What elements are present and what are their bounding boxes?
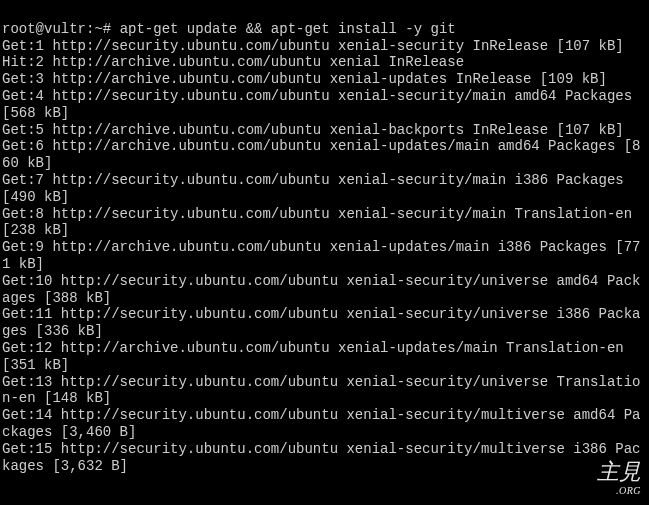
apt-output-line: Get:15 http://security.ubuntu.com/ubuntu…	[2, 441, 647, 475]
prompt-symbol: #	[103, 21, 111, 37]
prompt-command: apt-get update && apt-get install -y git	[120, 21, 456, 37]
prompt-line: root@vultr:~# apt-get update && apt-get …	[2, 21, 456, 37]
apt-output-line: Get:1 http://security.ubuntu.com/ubuntu …	[2, 38, 647, 55]
apt-output-line: Get:7 http://security.ubuntu.com/ubuntu …	[2, 172, 647, 206]
apt-output-line: Get:4 http://security.ubuntu.com/ubuntu …	[2, 88, 647, 122]
apt-output-line: Get:3 http://archive.ubuntu.com/ubuntu x…	[2, 71, 647, 88]
apt-output-line: Get:9 http://archive.ubuntu.com/ubuntu x…	[2, 239, 647, 273]
apt-output-line: Get:12 http://archive.ubuntu.com/ubuntu …	[2, 340, 647, 374]
apt-output-line: Get:10 http://security.ubuntu.com/ubuntu…	[2, 273, 647, 307]
apt-output-line: Get:6 http://archive.ubuntu.com/ubuntu x…	[2, 138, 647, 172]
apt-output-line: Get:11 http://security.ubuntu.com/ubuntu…	[2, 306, 647, 340]
apt-output-line: Get:8 http://security.ubuntu.com/ubuntu …	[2, 206, 647, 240]
apt-output-line: Get:5 http://archive.ubuntu.com/ubuntu x…	[2, 122, 647, 139]
apt-output-line: Get:14 http://security.ubuntu.com/ubuntu…	[2, 407, 647, 441]
apt-output-line: Get:13 http://security.ubuntu.com/ubuntu…	[2, 374, 647, 408]
watermark-sub: .ORG	[597, 485, 641, 497]
prompt-user-host: root@vultr	[2, 21, 86, 37]
apt-output-line: Hit:2 http://archive.ubuntu.com/ubuntu x…	[2, 54, 647, 71]
terminal-output: root@vultr:~# apt-get update && apt-get …	[2, 4, 647, 474]
prompt-cwd: ~	[94, 21, 102, 37]
